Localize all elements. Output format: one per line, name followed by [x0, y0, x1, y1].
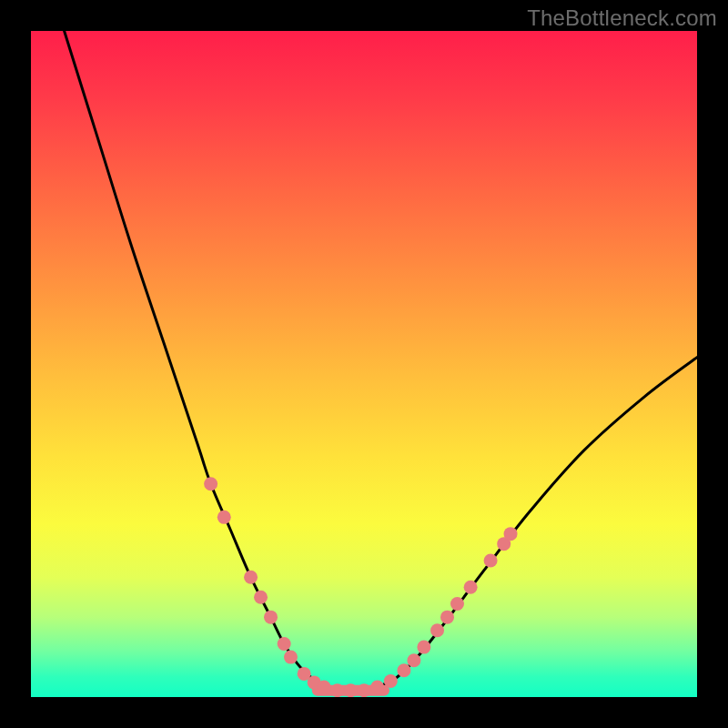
curve-marker	[318, 681, 331, 694]
curve-marker	[430, 623, 444, 637]
curve-marker	[504, 527, 518, 541]
curve-marker	[417, 641, 430, 654]
curve-marker	[330, 683, 344, 697]
curve-marker	[450, 597, 464, 611]
curve-marker	[370, 681, 384, 694]
chart-frame: TheBottleneck.com	[0, 0, 728, 728]
curve-marker	[484, 553, 498, 567]
watermark-text: TheBottleneck.com	[527, 5, 717, 31]
chart-plot-area	[31, 31, 697, 697]
curve-marker	[254, 591, 268, 604]
curve-marker	[397, 663, 410, 677]
curve-marker	[264, 611, 278, 624]
curve-marker	[440, 611, 454, 624]
curve-marker	[344, 683, 358, 697]
curve-marker	[358, 683, 371, 697]
curve-marker	[284, 651, 298, 664]
curve-marker	[407, 653, 420, 667]
curve-group	[65, 31, 697, 697]
curve-marker	[278, 637, 291, 651]
chart-svg	[31, 31, 697, 697]
curve-marker	[464, 581, 478, 594]
bottleneck-curve	[65, 31, 697, 691]
curve-marker	[204, 477, 217, 490]
curve-markers	[204, 477, 517, 697]
curve-marker	[384, 674, 398, 688]
curve-marker	[217, 511, 231, 524]
curve-marker	[244, 571, 258, 584]
